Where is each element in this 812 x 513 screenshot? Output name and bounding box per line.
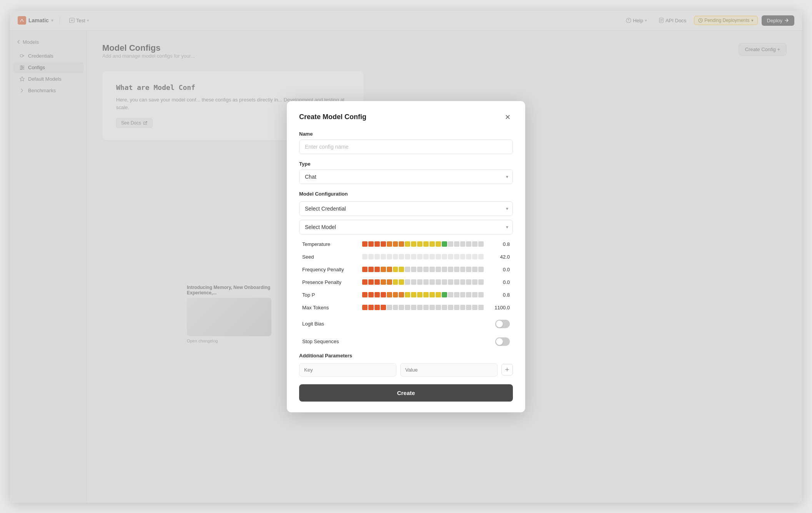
stop-sequences-toggle-row: Stop Sequences xyxy=(299,335,513,348)
param-key-input[interactable] xyxy=(299,363,396,377)
name-field-group: Name xyxy=(299,131,513,154)
sliders-section: Temperature xyxy=(299,241,513,310)
type-select[interactable]: Chat Completion Embedding xyxy=(299,169,513,184)
temperature-label: Temperature xyxy=(302,241,356,247)
create-model-config-modal: Create Model Config ✕ Name Type Chat Com… xyxy=(287,101,525,412)
frequency-penalty-label: Frequency Penalty xyxy=(302,267,356,272)
stop-sequences-thumb xyxy=(496,338,503,345)
stop-sequences-toggle[interactable] xyxy=(495,337,510,346)
max-tokens-slider-row: Max Tokens xyxy=(299,305,513,310)
param-value-input[interactable] xyxy=(400,363,498,377)
seed-value: 42.0 xyxy=(490,254,510,260)
frequency-penalty-track[interactable] xyxy=(362,267,484,272)
param-row: + xyxy=(299,363,513,377)
presence-penalty-track[interactable] xyxy=(362,279,484,285)
type-select-wrapper: Chat Completion Embedding ▾ xyxy=(299,169,513,184)
stop-sequences-label: Stop Sequences xyxy=(302,339,339,344)
top-p-label: Top P xyxy=(302,292,356,298)
temperature-track[interactable] xyxy=(362,241,484,247)
model-config-label: Model Configuration xyxy=(299,191,513,197)
name-input[interactable] xyxy=(299,139,513,154)
close-button[interactable]: ✕ xyxy=(502,112,513,123)
seed-track[interactable] xyxy=(362,254,484,259)
model-select-wrapper: Select Model ▾ xyxy=(299,220,513,234)
modal-title: Create Model Config xyxy=(299,113,366,121)
max-tokens-value: 1100.0 xyxy=(490,305,510,310)
presence-penalty-value: 0.0 xyxy=(490,279,510,285)
frequency-penalty-value: 0.0 xyxy=(490,267,510,272)
model-config-section: Model Configuration Select Credential ▾ … xyxy=(299,191,513,234)
name-label: Name xyxy=(299,131,513,137)
credential-select[interactable]: Select Credential xyxy=(299,201,513,216)
type-label: Type xyxy=(299,161,513,167)
modal-overlay: Create Model Config ✕ Name Type Chat Com… xyxy=(10,11,802,503)
app-window: Lamatic ▾ Test ▾ Help ▾ xyxy=(10,11,802,503)
top-p-slider-row: Top P xyxy=(299,292,513,298)
logit-bias-label: Logit Bias xyxy=(302,321,324,327)
temperature-value: 0.8 xyxy=(490,241,510,247)
credential-select-wrapper: Select Credential ▾ xyxy=(299,201,513,216)
logit-bias-toggle[interactable] xyxy=(495,320,510,328)
additional-params-section: Additional Parameters + xyxy=(299,353,513,377)
presence-penalty-slider-row: Presence Penalty xyxy=(299,279,513,285)
seed-label: Seed xyxy=(302,254,356,260)
top-p-value: 0.8 xyxy=(490,292,510,298)
model-select[interactable]: Select Model xyxy=(299,220,513,234)
type-field-group: Type Chat Completion Embedding ▾ xyxy=(299,161,513,184)
max-tokens-label: Max Tokens xyxy=(302,305,356,310)
presence-penalty-label: Presence Penalty xyxy=(302,279,356,285)
create-model-config-button[interactable]: Create xyxy=(299,384,513,402)
seed-slider-row: Seed xyxy=(299,254,513,260)
add-param-button[interactable]: + xyxy=(501,364,513,375)
additional-params-label: Additional Parameters xyxy=(299,353,513,359)
max-tokens-track[interactable] xyxy=(362,305,484,310)
frequency-penalty-slider-row: Frequency Penalty xyxy=(299,267,513,272)
modal-header: Create Model Config ✕ xyxy=(299,112,513,123)
top-p-track[interactable] xyxy=(362,292,484,297)
logit-bias-thumb xyxy=(496,320,503,327)
logit-bias-toggle-row: Logit Bias xyxy=(299,317,513,330)
temperature-slider-row: Temperature xyxy=(299,241,513,247)
